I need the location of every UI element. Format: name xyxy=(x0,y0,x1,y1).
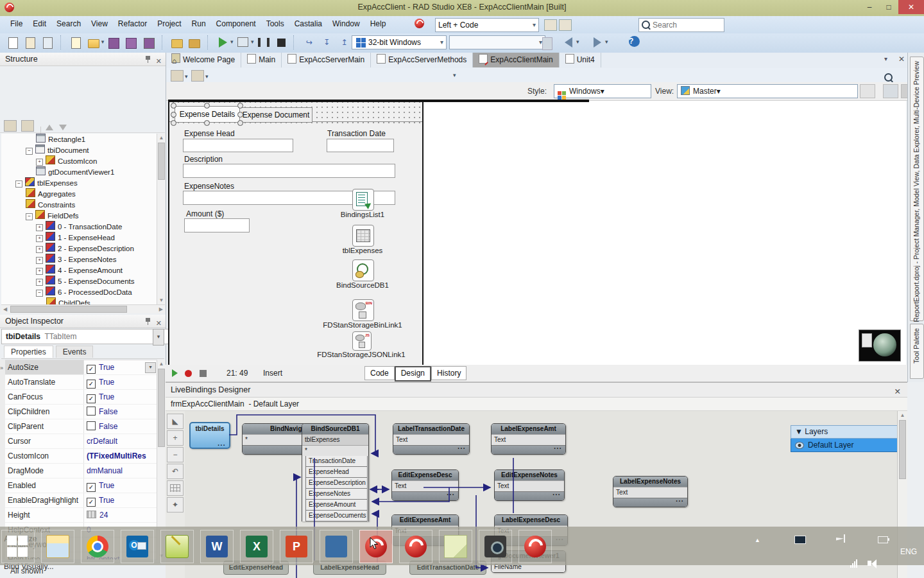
help-icon[interactable]: ? xyxy=(629,34,640,47)
tray-monitor-icon[interactable] xyxy=(794,536,806,546)
tree-item-0-transactiondate[interactable]: +0 - TransactionDate xyxy=(1,221,157,232)
tab-history[interactable]: History xyxy=(431,366,466,380)
property-value-customicon[interactable]: (TFixedMultiRes xyxy=(84,449,157,463)
property-row-dragmode[interactable]: DragModedmManual xyxy=(5,464,157,478)
bindsourcedb-component-icon[interactable] xyxy=(352,259,374,281)
form-designer[interactable]: Expense Details Expense Document Expense… xyxy=(168,101,424,367)
tab-properties[interactable]: Properties xyxy=(4,346,53,358)
tray-battery-icon[interactable] xyxy=(878,536,888,545)
binlink-component-icon[interactable]: BIN xyxy=(352,299,374,321)
minimize-button[interactable]: – xyxy=(860,0,879,14)
checkbox-icon[interactable]: ✓ xyxy=(87,365,96,374)
taskbar-delphi-button[interactable] xyxy=(518,530,552,563)
open-folder-icon[interactable] xyxy=(87,35,101,49)
edit-expense-head[interactable] xyxy=(183,139,293,152)
expand-icon[interactable]: + xyxy=(36,224,43,231)
property-value-cursor[interactable]: crDefault xyxy=(84,434,157,448)
property-row-clipparent[interactable]: ClipParentFalse xyxy=(5,419,157,434)
expand-icon[interactable]: + xyxy=(36,235,43,242)
menu-help[interactable]: Help xyxy=(365,16,391,28)
property-row-autotranslate[interactable]: AutoTranslate✓True xyxy=(5,375,157,390)
tree-delete-icon[interactable] xyxy=(21,120,34,132)
save-icon[interactable] xyxy=(107,35,121,49)
expand-icon[interactable]: + xyxy=(36,279,43,286)
run-without-debug-icon[interactable] xyxy=(236,35,250,49)
selection-handle[interactable] xyxy=(237,112,243,118)
expand-icon[interactable]: + xyxy=(36,268,43,275)
save-project-icon[interactable] xyxy=(142,35,156,49)
zoom-in-icon[interactable]: + xyxy=(167,430,184,446)
find-icon[interactable] xyxy=(884,73,893,82)
wizard-wand-icon[interactable]: ✦ xyxy=(167,497,184,512)
property-value-autosize[interactable]: ✓True▾ xyxy=(84,360,157,374)
stop-icon[interactable] xyxy=(274,35,288,49)
property-row-enabled[interactable]: Enabled✓True xyxy=(5,478,157,493)
tab-close-icon[interactable]: ✕ xyxy=(898,55,905,64)
expand-icon[interactable]: + xyxy=(36,246,43,253)
tree-item-2-expensedescription[interactable]: +2 - ExpenseDescription xyxy=(1,243,157,254)
tree-item-aggregates[interactable]: Aggregates xyxy=(1,188,157,199)
forward-history-chevron[interactable]: ▾ xyxy=(605,33,608,50)
close-icon[interactable]: ✕ xyxy=(894,385,901,399)
selection-handle[interactable] xyxy=(171,120,176,126)
node-tbidetails[interactable]: tbiDetails ... xyxy=(189,422,230,449)
bindingslist-component-icon[interactable] xyxy=(352,189,374,211)
instance-dropdown-icon[interactable]: ▾ xyxy=(153,329,164,346)
new-file-icon[interactable] xyxy=(6,35,20,49)
node-labelexpenseamt[interactable]: LabelExpenseAmt Text ... xyxy=(491,423,566,455)
jsonlink-component-icon[interactable]: JS xyxy=(352,331,372,351)
bindsource-field-expensehead[interactable]: ExpenseHead xyxy=(305,467,368,478)
property-row-height[interactable]: Height24 xyxy=(5,508,157,523)
tree-item-tbidocument[interactable]: −tbiDocument xyxy=(1,144,157,155)
editor-tab-expaccservermethods[interactable]: ExpAccServerMethods xyxy=(371,53,473,67)
move-up-icon[interactable] xyxy=(46,125,53,130)
taskbar-notes-button[interactable] xyxy=(439,530,472,563)
bindsource-field-transactiondate[interactable]: TransactionDate xyxy=(305,456,368,467)
taskbar-camera-button[interactable] xyxy=(479,530,512,563)
target-select[interactable]: ▾ xyxy=(449,35,545,49)
editor-tab-expaccservermain[interactable]: ExpAccServerMain xyxy=(282,53,371,67)
collapse-icon[interactable]: − xyxy=(15,180,22,188)
stop-macro-icon[interactable] xyxy=(200,370,207,377)
platform-select[interactable]: 32-bit Windows▾ xyxy=(352,35,447,49)
tree-item-3-expensenotes[interactable]: +3 - ExpenseNotes xyxy=(1,254,157,265)
property-value-height[interactable]: 24 xyxy=(84,508,157,522)
close-icon[interactable]: ✕ xyxy=(156,57,162,65)
menu-refactor[interactable]: Refactor xyxy=(113,16,152,28)
property-row-cursor[interactable]: CursorcrDefault xyxy=(5,434,157,449)
open-project-icon[interactable] xyxy=(41,35,55,49)
property-row-autosize[interactable]: AutoSize✓True▾ xyxy=(5,360,157,375)
taskbar-explorer-button[interactable] xyxy=(41,530,74,563)
taskbar-installer-button[interactable] xyxy=(320,530,353,563)
value-dropdown-icon[interactable]: ▾ xyxy=(145,362,156,373)
selection-handle[interactable] xyxy=(204,103,210,109)
menu-window[interactable]: Window xyxy=(327,16,365,28)
selection-handle[interactable] xyxy=(171,112,176,118)
menu-component[interactable]: Component xyxy=(211,16,261,28)
tree-item-childdefs[interactable]: ChildDefs xyxy=(1,297,157,304)
tblexpenses-component-icon[interactable] xyxy=(352,225,374,247)
node-labelexpensenotes[interactable]: LabelExpenseNotes Text ... xyxy=(613,476,688,507)
trace-into-icon[interactable]: ↧ xyxy=(320,35,334,49)
undo-icon[interactable]: ↶ xyxy=(167,464,184,479)
save-all-icon[interactable] xyxy=(124,35,139,49)
selection-handle[interactable] xyxy=(237,103,243,109)
step-over-icon[interactable]: ↪ xyxy=(302,35,316,49)
property-value-canfocus[interactable]: ✓True xyxy=(84,390,157,404)
taskbar-word-button[interactable]: W xyxy=(200,530,234,563)
taskbar-ppt-button[interactable]: P xyxy=(280,530,313,563)
node-editexpensedesc[interactable]: EditExpenseDesc Text ... xyxy=(391,469,459,501)
tray-expand-icon[interactable]: ▲ xyxy=(755,537,760,543)
collapse-icon[interactable]: − xyxy=(26,148,33,155)
dock-tab-project-manager[interactable]: ReportExport.dproj - Project Manager, Mo… xyxy=(910,57,924,321)
property-value-clipparent[interactable]: False xyxy=(84,419,157,434)
search-input[interactable] xyxy=(651,19,718,31)
open-file-icon[interactable] xyxy=(23,35,37,49)
checkbox-icon[interactable]: ✓ xyxy=(87,498,96,507)
checkbox-icon[interactable] xyxy=(87,421,96,430)
back-history-chevron[interactable]: ▾ xyxy=(576,33,579,50)
tree-item-5-expensedocuments[interactable]: +5 - ExpenseDocuments xyxy=(1,276,157,286)
add-view-icon[interactable] xyxy=(860,84,875,98)
expand-icon[interactable]: + xyxy=(36,257,43,264)
view-select[interactable]: Master▾ xyxy=(677,84,858,98)
